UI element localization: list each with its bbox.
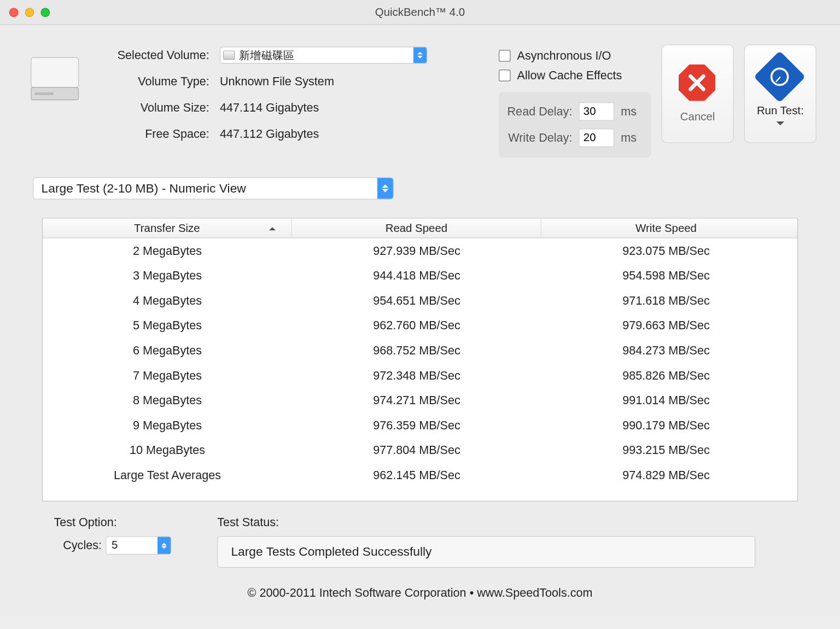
cell-size: 4 MegaBytes (43, 294, 292, 307)
cell-size: 5 MegaBytes (43, 319, 292, 333)
svg-rect-0 (31, 57, 79, 88)
cell-read: 974.271 MB/Sec (292, 393, 541, 407)
window-title: QuickBench™ 4.0 (0, 5, 840, 19)
cycles-value: 5 (112, 539, 118, 552)
read-delay-label: Read Delay: (506, 104, 579, 118)
dropdown-caret-icon (377, 178, 393, 199)
cell-write: 923.075 MB/Sec (541, 244, 791, 258)
cancel-label: Cancel (680, 110, 715, 124)
cell-size: 3 MegaBytes (43, 269, 292, 282)
table-row: 6 MegaBytes968.752 MB/Sec984.273 MB/Sec (43, 338, 797, 363)
cell-write: 991.014 MB/Sec (541, 393, 791, 407)
dropdown-caret-icon (413, 47, 427, 63)
cell-read: 962.760 MB/Sec (292, 319, 541, 333)
volume-selector[interactable]: 新增磁碟區 (220, 46, 427, 63)
table-row: 10 MegaBytes977.804 MB/Sec993.215 MB/Sec (43, 438, 797, 463)
table-row: 9 MegaBytes976.359 MB/Sec990.179 MB/Sec (43, 413, 797, 438)
col-write-speed[interactable]: Write Speed (541, 219, 791, 238)
cell-read: 972.348 MB/Sec (292, 369, 541, 382)
cell-write: 971.618 MB/Sec (541, 294, 791, 307)
footer-text: © 2000-2011 Intech Software Corporation … (24, 568, 816, 610)
cell-write: 993.215 MB/Sec (541, 444, 791, 457)
cell-size: Large Test Averages (43, 468, 292, 482)
stepper-caret-icon (158, 537, 171, 554)
cell-write: 974.829 MB/Sec (541, 468, 791, 482)
cell-read: 968.752 MB/Sec (292, 343, 541, 357)
cell-write: 985.826 MB/Sec (541, 369, 791, 382)
cell-size: 10 MegaBytes (43, 444, 292, 457)
allow-cache-label: Allow Cache Effects (517, 68, 622, 82)
stop-icon (679, 65, 717, 103)
cell-size: 2 MegaBytes (43, 244, 292, 258)
read-delay-input[interactable] (579, 102, 614, 121)
test-option-label: Test Option: (54, 516, 171, 529)
async-io-checkbox[interactable]: Asynchronous I/O (499, 46, 651, 66)
volume-size-value: 447.114 Gigabytes (220, 101, 319, 114)
table-row: 2 MegaBytes927.939 MB/Sec923.075 MB/Sec (43, 238, 797, 264)
cell-read: 976.359 MB/Sec (292, 418, 541, 432)
volume-type-label: Volume Type: (98, 74, 220, 88)
table-row: 8 MegaBytes974.271 MB/Sec991.014 MB/Sec (43, 388, 797, 413)
drive-icon (24, 45, 86, 110)
cell-size: 6 MegaBytes (43, 343, 292, 357)
cell-write: 990.179 MB/Sec (541, 418, 791, 432)
free-space-value: 447.112 Gigabytes (220, 127, 319, 141)
delay-panel: Read Delay: ms Write Delay: ms (499, 92, 651, 158)
test-status-label: Test Status: (217, 516, 798, 529)
stopwatch-icon (761, 59, 800, 97)
table-row: 7 MegaBytes972.348 MB/Sec985.826 MB/Sec (43, 363, 797, 388)
test-mode-value: Large Test (2-10 MB) - Numeric View (42, 181, 246, 195)
chevron-down-icon (777, 121, 784, 129)
cycles-label: Cycles: (63, 539, 102, 552)
write-delay-input[interactable] (579, 129, 614, 147)
selected-volume-label: Selected Volume: (98, 48, 220, 62)
cell-read: 927.939 MB/Sec (292, 244, 541, 258)
cancel-button[interactable]: Cancel (662, 45, 734, 143)
async-io-label: Asynchronous I/O (517, 49, 611, 62)
volume-type-value: Unknown File System (220, 74, 334, 88)
write-delay-label: Write Delay: (506, 131, 579, 144)
cell-read: 944.418 MB/Sec (292, 269, 541, 282)
ms-unit: ms (621, 131, 637, 144)
table-row: 5 MegaBytes962.760 MB/Sec979.663 MB/Sec (43, 313, 797, 338)
cell-read: 977.804 MB/Sec (292, 444, 541, 457)
cell-size: 7 MegaBytes (43, 369, 292, 382)
cell-read: 962.145 MB/Sec (292, 468, 541, 482)
cell-read: 954.651 MB/Sec (292, 294, 541, 307)
cell-size: 8 MegaBytes (43, 393, 292, 407)
table-row: Large Test Averages962.145 MB/Sec974.829… (43, 463, 797, 488)
ms-unit: ms (621, 104, 637, 118)
cell-write: 984.273 MB/Sec (541, 343, 791, 357)
allow-cache-checkbox[interactable]: Allow Cache Effects (499, 66, 651, 85)
run-test-label: Run Test: (757, 104, 804, 118)
run-test-button[interactable]: Run Test: (744, 45, 816, 143)
table-row: 3 MegaBytes944.418 MB/Sec954.598 MB/Sec (43, 263, 797, 288)
test-mode-selector[interactable]: Large Test (2-10 MB) - Numeric View (33, 177, 394, 200)
volume-size-label: Volume Size: (98, 101, 220, 114)
cell-write: 954.598 MB/Sec (541, 269, 791, 282)
cycles-stepper[interactable]: 5 (106, 536, 171, 555)
app-window: QuickBench™ 4.0 Selected Volume: 新增磁碟區 V… (0, 0, 840, 616)
results-table: Transfer Size Read Speed Write Speed 2 M… (42, 218, 798, 501)
col-transfer-size[interactable]: Transfer Size (43, 219, 292, 238)
volume-info: Selected Volume: 新增磁碟區 Volume Type: Unkn… (98, 42, 427, 147)
volume-mini-icon (223, 50, 235, 60)
volume-name: 新增磁碟區 (239, 48, 295, 63)
table-row: 4 MegaBytes954.651 MB/Sec971.618 MB/Sec (43, 288, 797, 313)
svg-rect-2 (35, 92, 54, 95)
col-read-speed[interactable]: Read Speed (292, 219, 541, 238)
titlebar: QuickBench™ 4.0 (0, 0, 840, 25)
free-space-label: Free Space: (98, 127, 220, 141)
cell-write: 979.663 MB/Sec (541, 319, 791, 333)
test-status-value: Large Tests Completed Successfully (217, 536, 755, 568)
cell-size: 9 MegaBytes (43, 418, 292, 432)
